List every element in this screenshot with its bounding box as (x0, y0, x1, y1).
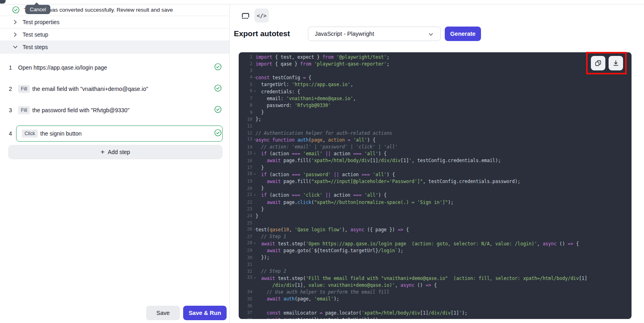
code-lines: 1import { test, expect } from '@playwrig… (239, 52, 632, 319)
code-line: 11 (239, 123, 632, 130)
code-line: 30 }); (239, 254, 632, 261)
panel-divider (229, 4, 230, 323)
code-line: 33▾ await test.step('Fill the email fiel… (239, 275, 632, 282)
step-number: 3 (9, 107, 17, 113)
step-status-icon (214, 106, 222, 115)
code-line: 19 await page.fill("xpath=//input[@place… (239, 178, 632, 185)
code-line: 23 } (239, 206, 632, 212)
annotation-box (586, 52, 627, 74)
step-action-badge: Fill (18, 85, 30, 93)
step-text: the password field with "Rfvtgb@9330" (32, 107, 129, 113)
add-step-button[interactable]: + Add step (8, 145, 223, 159)
test-step-1[interactable]: 1 Open https://app.qase.io/login page (0, 60, 229, 75)
selected-step-outline (16, 125, 223, 142)
accordion-test-setup[interactable]: Test setup (0, 29, 229, 41)
code-line: 14 // action: 'email' | 'password' | 'cl… (239, 143, 632, 150)
code-line: 32 // Step 2 (239, 268, 632, 275)
code-line: 35 await auth(page, 'email'); (239, 296, 632, 302)
code-line: 20 } (239, 185, 632, 192)
test-step-3[interactable]: 3 Fill the password field with "Rfvtgb@9… (0, 103, 229, 117)
step-status-icon (214, 63, 222, 72)
code-line: 27 // Step 1 (239, 233, 632, 240)
step-text: the email field with "vnaithani+demo@qas… (32, 86, 148, 92)
code-line: /div/div[1], value: vnaithani+demo@qase.… (239, 282, 632, 288)
code-line: 6▾ credentials: { (239, 88, 632, 95)
code-line: 26▾test(qase(10, 'Qase login flow'), asy… (239, 226, 632, 233)
code-line: 29 await page.goto(`${testConfig.targetU… (239, 247, 632, 254)
step-status-icon (214, 129, 222, 138)
code-line: 37 const emailLocator = page.locator('xp… (239, 309, 632, 316)
chevron-right-icon (12, 19, 19, 25)
code-line: 24} (239, 212, 632, 219)
code-line: 10}; (239, 116, 632, 123)
accordion-label: Test steps (23, 44, 48, 50)
test-step-2[interactable]: 2 Fill the email field with "vnaithani+d… (0, 82, 229, 96)
accordion-test-steps[interactable]: Test steps (0, 41, 229, 53)
test-step-4[interactable]: 4 Click the signin button (0, 125, 229, 142)
accordion-test-properties[interactable]: Test properties (0, 16, 229, 29)
step-number: 2 (9, 86, 17, 92)
step-status-icon (214, 84, 222, 94)
add-step-label: Add step (108, 149, 130, 155)
step-number: 1 (9, 64, 17, 71)
plus-icon: + (101, 148, 105, 156)
code-line: 16 await page.fill('xpath=/html/body/div… (239, 157, 632, 164)
save-button[interactable]: Save (146, 306, 180, 320)
save-and-run-button[interactable]: Save & Run (183, 306, 227, 320)
code-view-toggle[interactable]: </> (254, 8, 269, 23)
corner-artifact (0, 0, 6, 4)
generate-button[interactable]: Generate (445, 27, 481, 41)
chevron-down-icon (428, 31, 434, 37)
cancel-tooltip: Cancel (25, 5, 50, 14)
code-line: 28▾ await test.step('Open https://app.qa… (239, 240, 632, 247)
code-line: 9 } (239, 109, 632, 116)
code-line: 13▾async function auth(page, action = 'a… (239, 136, 632, 143)
code-line: 15▾ if (action === 'email' || action ===… (239, 150, 632, 157)
accordion-label: Test properties (23, 19, 60, 25)
chevron-right-icon (12, 31, 19, 38)
code-editor[interactable]: 1import { test, expect } from '@playwrig… (239, 52, 632, 319)
code-line: 1import { test, expect } from '@playwrig… (239, 53, 632, 60)
step-action-badge: Fill (18, 106, 30, 114)
accordion-label: Test setup (23, 31, 48, 38)
code-line: 34 // Use auth helper to perform the ema… (239, 288, 632, 295)
success-check-icon (12, 6, 20, 14)
code-icon: </> (257, 12, 266, 19)
language-select[interactable]: JavaScript - Playwright (308, 27, 441, 41)
chevron-down-icon (12, 44, 19, 50)
code-line: 25 (239, 220, 632, 226)
code-line: 38 await expect(emailLocator).toBeVisibl… (239, 316, 632, 319)
code-line: 7 email: 'vnaithani+demo@qase.io', (239, 95, 632, 102)
language-select-value: JavaScript - Playwright (315, 31, 374, 37)
code-line: 4▾const testConfig = { (239, 74, 632, 81)
code-line: 31 (239, 261, 632, 268)
code-line: 5 targetUrl: 'https://app.qase.io', (239, 81, 632, 88)
code-line: 2import { qase } from 'playwright-qase-r… (239, 60, 632, 67)
page-title: Export autotest (234, 29, 290, 38)
monitor-icon (241, 11, 250, 21)
code-line: 36 (239, 302, 632, 309)
code-line: 17 } (239, 164, 632, 171)
code-line: 8 password: 'Rfvtgb@9330' (239, 102, 632, 109)
code-line: 21▾ if (action === 'click' || action ===… (239, 192, 632, 199)
code-line: 18▾ if (action === 'password' || action … (239, 171, 632, 178)
step-text: Open https://app.qase.io/login page (18, 64, 107, 71)
preview-view-toggle[interactable] (240, 10, 251, 21)
code-line: 12// Authentication helper for auth-rela… (239, 130, 632, 136)
code-line: 3 (239, 67, 632, 74)
step-number: 4 (9, 130, 17, 137)
code-line: 22 await page.click("xpath=//button[norm… (239, 199, 632, 206)
